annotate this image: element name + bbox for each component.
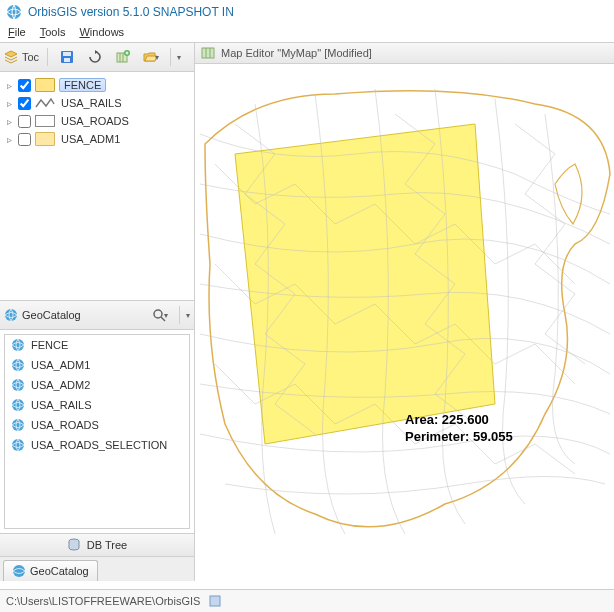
- svg-point-9: [12, 359, 24, 371]
- layer-checkbox[interactable]: [18, 133, 31, 146]
- svg-point-11: [12, 399, 24, 411]
- svg-point-7: [154, 310, 162, 318]
- catalog-item-label: USA_ADM1: [31, 359, 90, 371]
- search-button[interactable]: ▾: [149, 304, 171, 326]
- dbtree-icon: [67, 538, 81, 552]
- catalog-item[interactable]: USA_ROADS_SELECTION: [5, 435, 189, 455]
- svg-point-15: [13, 565, 25, 577]
- geocatalog-list[interactable]: FENCEUSA_ADM1USA_ADM2USA_RAILSUSA_ROADSU…: [4, 334, 190, 529]
- layer-label[interactable]: USA_ROADS: [59, 114, 131, 128]
- catalog-item[interactable]: USA_ADM2: [5, 375, 189, 395]
- catalog-item-label: USA_ROADS: [31, 419, 99, 431]
- catalog-item-label: USA_ADM2: [31, 379, 90, 391]
- status-path: C:\Users\LISTOFFREEWARE\OrbisGIS: [6, 595, 200, 607]
- catalog-item[interactable]: FENCE: [5, 335, 189, 355]
- map-editor-header: Map Editor "MyMap" [Modified]: [195, 43, 614, 64]
- toc-label: Toc: [22, 51, 39, 63]
- menu-file[interactable]: File: [8, 26, 26, 38]
- map-editor-title: Map Editor "MyMap" [Modified]: [221, 47, 372, 59]
- catalog-item-label: USA_ROADS_SELECTION: [31, 439, 167, 451]
- menu-windows[interactable]: Windows: [79, 26, 124, 38]
- globe-icon: [11, 378, 25, 392]
- open-button[interactable]: ▾: [140, 46, 162, 68]
- svg-point-13: [12, 439, 24, 451]
- status-icon: [208, 594, 222, 608]
- layer-row[interactable]: ▹USA_ADM1: [2, 130, 192, 148]
- layer-row[interactable]: ▹USA_ROADS: [2, 112, 192, 130]
- window-title: OrbisGIS version 5.1.0 SNAPSHOT IN: [28, 5, 234, 19]
- layer-swatch-icon: [35, 132, 55, 146]
- svg-rect-2: [63, 52, 71, 56]
- catalog-item[interactable]: USA_RAILS: [5, 395, 189, 415]
- svg-point-8: [12, 339, 24, 351]
- layer-checkbox[interactable]: [18, 115, 31, 128]
- map-icon: [201, 46, 215, 60]
- tab-label: GeoCatalog: [30, 565, 89, 577]
- tab-geocatalog[interactable]: GeoCatalog: [3, 560, 98, 581]
- globe-icon: [11, 358, 25, 372]
- layer-row[interactable]: ▹FENCE: [2, 76, 192, 94]
- geocatalog-title: GeoCatalog: [22, 309, 81, 321]
- catalog-item-label: FENCE: [31, 339, 68, 351]
- dbtree-label: DB Tree: [87, 539, 127, 551]
- globe-icon: [11, 338, 25, 352]
- save-button[interactable]: [56, 46, 78, 68]
- title-bar: OrbisGIS version 5.1.0 SNAPSHOT IN: [0, 0, 614, 24]
- toc-header: Toc ▾ ▾: [0, 43, 194, 72]
- svg-point-12: [12, 419, 24, 431]
- layer-row[interactable]: ▹USA_RAILS: [2, 94, 192, 112]
- globe-icon: [11, 438, 25, 452]
- tree-twisty-icon[interactable]: ▹: [4, 80, 14, 91]
- geocatalog-footer[interactable]: DB Tree: [0, 533, 194, 556]
- globe-icon: [11, 418, 25, 432]
- area-perimeter-annotation: Area: 225.600 Perimeter: 59.055: [405, 412, 513, 446]
- add-map-button[interactable]: [112, 46, 134, 68]
- svg-point-0: [7, 5, 21, 19]
- layer-checkbox[interactable]: [18, 79, 31, 92]
- layer-swatch-icon: [35, 115, 55, 127]
- layer-swatch-icon: [35, 78, 55, 92]
- svg-rect-17: [210, 596, 220, 606]
- globe-icon: [12, 564, 26, 578]
- panel-menu-button[interactable]: ▾: [177, 53, 181, 62]
- map-canvas[interactable]: Area: 225.600 Perimeter: 59.055: [195, 64, 614, 581]
- refresh-button[interactable]: [84, 46, 106, 68]
- tree-twisty-icon[interactable]: ▹: [4, 134, 14, 145]
- menu-tools[interactable]: Tools: [40, 26, 66, 38]
- layer-tree[interactable]: ▹FENCE▹USA_RAILS▹USA_ROADS▹USA_ADM1: [0, 72, 194, 300]
- svg-point-6: [5, 309, 17, 321]
- status-bar: C:\Users\LISTOFFREEWARE\OrbisGIS: [0, 589, 614, 612]
- catalog-item-label: USA_RAILS: [31, 399, 92, 411]
- svg-point-10: [12, 379, 24, 391]
- layer-label[interactable]: USA_RAILS: [59, 96, 124, 110]
- catalog-item[interactable]: USA_ROADS: [5, 415, 189, 435]
- svg-rect-3: [64, 58, 70, 62]
- chevron-down-icon: ▾: [155, 53, 159, 62]
- tree-twisty-icon[interactable]: ▹: [4, 98, 14, 109]
- menu-bar: File Tools Windows: [0, 24, 614, 42]
- catalog-item[interactable]: USA_ADM1: [5, 355, 189, 375]
- layer-checkbox[interactable]: [18, 97, 31, 110]
- layer-label[interactable]: USA_ADM1: [59, 132, 122, 146]
- layer-swatch-icon: [35, 97, 55, 109]
- chevron-down-icon: ▾: [164, 311, 168, 320]
- layer-label[interactable]: FENCE: [59, 78, 106, 92]
- panel-menu-button[interactable]: ▾: [186, 311, 190, 320]
- svg-rect-16: [202, 48, 214, 58]
- app-icon: [6, 4, 22, 20]
- globe-icon: [11, 398, 25, 412]
- globe-icon: [4, 308, 18, 322]
- geocatalog-header: GeoCatalog ▾ ▾: [0, 301, 194, 330]
- layers-icon: [4, 50, 18, 64]
- tree-twisty-icon[interactable]: ▹: [4, 116, 14, 127]
